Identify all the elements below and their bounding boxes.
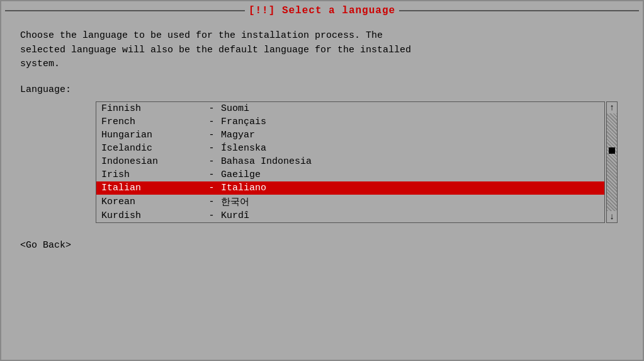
title-bar: [!!] Select a language <box>1 1 643 19</box>
language-list-area: Finnish-SuomiFrench-FrançaisHungarian-Ma… <box>96 101 618 223</box>
lang-native-name: Italiano <box>221 183 599 193</box>
lang-separator: - <box>202 183 221 193</box>
scroll-up-arrow[interactable]: ↑ <box>607 102 617 113</box>
list-item[interactable]: Irish-Gaeilge <box>96 168 604 181</box>
lang-name: Italian <box>101 183 202 193</box>
list-item[interactable]: Indonesian-Bahasa Indonesia <box>96 155 604 168</box>
lang-native-name: Bahasa Indonesia <box>221 156 599 167</box>
list-item[interactable]: Kurdish-Kurdî <box>96 209 604 222</box>
lang-native-name: Suomi <box>221 103 599 114</box>
main-content: Choose the language to be used for the i… <box>1 19 643 229</box>
list-item[interactable]: Hungarian-Magyar <box>96 129 604 142</box>
footer: <Go Back> <box>1 229 643 257</box>
lang-separator: - <box>202 197 221 207</box>
lang-name: Finnish <box>101 103 202 114</box>
lang-separator: - <box>202 103 221 114</box>
list-item[interactable]: Italian-Italiano <box>96 181 604 195</box>
list-item[interactable]: Korean-한국어 <box>96 195 604 209</box>
terminal-window: [!!] Select a language Choose the langua… <box>0 0 644 361</box>
lang-name: Korean <box>101 197 202 207</box>
lang-separator: - <box>202 156 221 167</box>
lang-native-name: Magyar <box>221 130 599 140</box>
description-body: Choose the language to be used for the i… <box>20 30 411 69</box>
lang-separator: - <box>202 210 221 221</box>
list-item[interactable]: Icelandic-Íslenska <box>96 142 604 155</box>
language-label: Language: <box>20 84 624 95</box>
lang-native-name: 한국어 <box>221 196 599 208</box>
lang-native-name: Íslenska <box>221 143 599 154</box>
lang-separator: - <box>202 169 221 180</box>
scroll-track <box>607 113 617 211</box>
lang-name: Hungarian <box>101 130 202 140</box>
title-bar-line-left <box>5 10 245 11</box>
scroll-indicator <box>609 147 615 154</box>
list-item[interactable]: French-Français <box>96 115 604 129</box>
lang-name: Kurdish <box>101 210 202 221</box>
description-text: Choose the language to be used for the i… <box>20 29 624 72</box>
go-back-button[interactable]: <Go Back> <box>20 240 71 251</box>
lang-native-name: Gaeilge <box>221 169 599 180</box>
lang-separator: - <box>202 143 221 154</box>
lang-name: Icelandic <box>101 143 202 154</box>
language-list[interactable]: Finnish-SuomiFrench-FrançaisHungarian-Ma… <box>96 101 605 223</box>
title-bar-line-right <box>399 10 639 11</box>
list-item[interactable]: Finnish-Suomi <box>96 102 604 115</box>
scrollbar[interactable]: ↑ ↓ <box>606 101 618 223</box>
lang-name: Irish <box>101 169 202 180</box>
scroll-pattern <box>607 113 617 211</box>
page-title: [!!] Select a language <box>249 5 395 16</box>
lang-native-name: Français <box>221 117 599 127</box>
lang-separator: - <box>202 117 221 127</box>
lang-name: Indonesian <box>101 156 202 167</box>
scroll-down-arrow[interactable]: ↓ <box>607 211 617 222</box>
lang-native-name: Kurdî <box>221 210 599 221</box>
lang-separator: - <box>202 130 221 140</box>
lang-name: French <box>101 117 202 127</box>
